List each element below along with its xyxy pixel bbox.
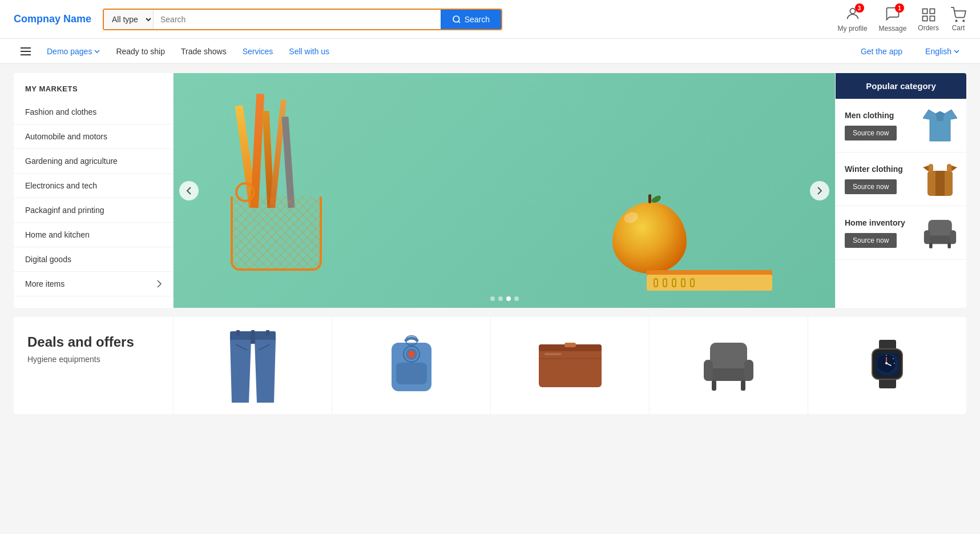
svg-rect-37: [396, 363, 427, 384]
chair-svg: [701, 337, 756, 394]
svg-rect-46: [710, 343, 747, 371]
svg-point-0: [453, 16, 459, 22]
svg-point-2: [850, 9, 855, 14]
market-item-automobile[interactable]: Automobile and motors: [14, 125, 173, 149]
cart-icon-item[interactable]: Cart: [950, 7, 966, 32]
popular-category-sidebar: Popular category Men clothing Source now: [835, 73, 966, 308]
shirt-svg: [923, 107, 957, 144]
popular-item-home-inventory: Home inventory Source now: [836, 206, 966, 260]
svg-rect-49: [744, 360, 753, 381]
navbar-left: Demo pages Ready to ship Trade shows Ser…: [14, 40, 854, 63]
main-content: MY MARKETS Fashion and clothes Automobil…: [0, 64, 980, 423]
nav-hamburger[interactable]: [14, 41, 38, 62]
orders-icon-item[interactable]: Orders: [918, 7, 939, 32]
deal-product-watch[interactable]: [808, 317, 966, 414]
jacket-svg: [923, 160, 957, 198]
market-item-electronics[interactable]: Electronics and tech: [14, 174, 173, 198]
popular-category-header: Popular category: [836, 73, 966, 99]
svg-rect-3: [922, 9, 927, 13]
sidebar-item-trade-shows[interactable]: Trade shows: [174, 40, 233, 63]
svg-point-7: [955, 20, 957, 21]
search-type-select[interactable]: All type: [104, 10, 154, 29]
svg-rect-22: [924, 230, 930, 244]
sidebar-item-demo-pages[interactable]: Demo pages: [40, 40, 107, 63]
svg-point-55: [885, 362, 888, 364]
svg-point-40: [408, 351, 415, 358]
carousel: [174, 73, 835, 308]
chevron-down-icon: [94, 50, 100, 53]
svg-rect-17: [935, 171, 945, 196]
carousel-dot-2[interactable]: [498, 296, 503, 301]
market-item-more-items[interactable]: More items: [14, 272, 173, 296]
carousel-background: [174, 73, 835, 308]
svg-line-1: [458, 21, 460, 23]
sidebar-item-services[interactable]: Services: [236, 40, 280, 63]
markets-sidebar: MY MARKETS Fashion and clothes Automobil…: [14, 73, 174, 308]
home-inventory-name: Home inventory: [845, 218, 917, 228]
svg-point-8: [963, 20, 964, 21]
message-icon-item[interactable]: 1 Message: [879, 6, 907, 33]
watch-band-bottom: [879, 380, 896, 388]
language-chevron-icon: [954, 50, 959, 53]
get-the-app-link[interactable]: Get the app: [854, 40, 909, 63]
svg-marker-28: [255, 340, 276, 403]
market-item-gardening[interactable]: Gardening and agriculture: [14, 149, 173, 174]
sidebar-item-sell-with-us[interactable]: Sell with us: [282, 40, 336, 63]
svg-rect-5: [930, 16, 934, 21]
leather-svg: [536, 342, 604, 390]
svg-rect-32: [236, 330, 240, 336]
watch-display: [868, 340, 908, 391]
hero-section: MY MARKETS Fashion and clothes Automobil…: [14, 73, 966, 308]
watch-face-inner: [876, 353, 899, 376]
navbar-right: Get the app English: [854, 40, 966, 63]
jeans-svg: [227, 328, 279, 403]
home-inventory-image: [923, 214, 957, 251]
deal-product-backpack[interactable]: [332, 317, 491, 414]
carousel-dot-4[interactable]: [514, 296, 519, 301]
popular-item-men-clothing: Men clothing Source now: [836, 99, 966, 152]
svg-point-58: [894, 363, 895, 364]
language-selector[interactable]: English: [918, 40, 966, 63]
chevron-right-icon: [817, 186, 822, 195]
svg-rect-4: [930, 9, 934, 13]
popular-item-winter-clothing: Winter clothing Source now: [836, 152, 966, 206]
search-input[interactable]: [154, 10, 441, 29]
orders-icon: [921, 7, 937, 23]
deals-section: Deals and offers Hygiene equipments: [14, 317, 966, 414]
svg-rect-25: [947, 243, 951, 248]
deal-product-armchair[interactable]: [650, 317, 808, 414]
watch-band-top: [879, 340, 896, 348]
svg-rect-51: [741, 380, 745, 391]
men-clothing-source-button[interactable]: Source now: [845, 126, 897, 140]
men-clothing-image: [923, 107, 957, 144]
svg-rect-44: [564, 343, 576, 347]
svg-rect-48: [704, 360, 713, 381]
deals-title: Deals and offers: [27, 334, 159, 350]
search-icon: [452, 15, 461, 24]
sidebar-item-ready-to-ship[interactable]: Ready to ship: [109, 40, 172, 63]
company-name[interactable]: Compnay Name: [14, 13, 94, 25]
svg-rect-23: [950, 230, 956, 244]
carousel-dot-3[interactable]: [506, 296, 511, 301]
svg-point-56: [886, 355, 887, 356]
carousel-dot-1[interactable]: [490, 296, 495, 301]
deal-product-leather[interactable]: [491, 317, 650, 414]
carousel-prev-button[interactable]: [179, 181, 199, 200]
deals-info: Deals and offers Hygiene equipments: [14, 317, 174, 414]
carousel-next-button[interactable]: [810, 181, 829, 200]
market-item-packaging[interactable]: Packaginf and printing: [14, 198, 173, 223]
market-item-fashion[interactable]: Fashion and clothes: [14, 100, 173, 125]
market-item-digital-goods[interactable]: Digital goods: [14, 247, 173, 272]
winter-clothing-source-button[interactable]: Source now: [845, 179, 897, 194]
home-inventory-source-button[interactable]: Source now: [845, 233, 897, 248]
deal-product-jeans[interactable]: [174, 317, 332, 414]
hamburger-icon: [21, 47, 31, 55]
deals-subtitle: Hygiene equipments: [27, 355, 159, 364]
svg-rect-20: [928, 220, 952, 238]
search-button[interactable]: Search: [441, 10, 501, 29]
profile-badge: 3: [855, 3, 864, 13]
winter-clothing-name: Winter clothing: [845, 164, 917, 174]
winter-clothing-image: [923, 160, 957, 198]
my-profile-icon-item[interactable]: 3 My profile: [838, 6, 868, 33]
market-item-home-kitchen[interactable]: Home and kitchen: [14, 223, 173, 247]
